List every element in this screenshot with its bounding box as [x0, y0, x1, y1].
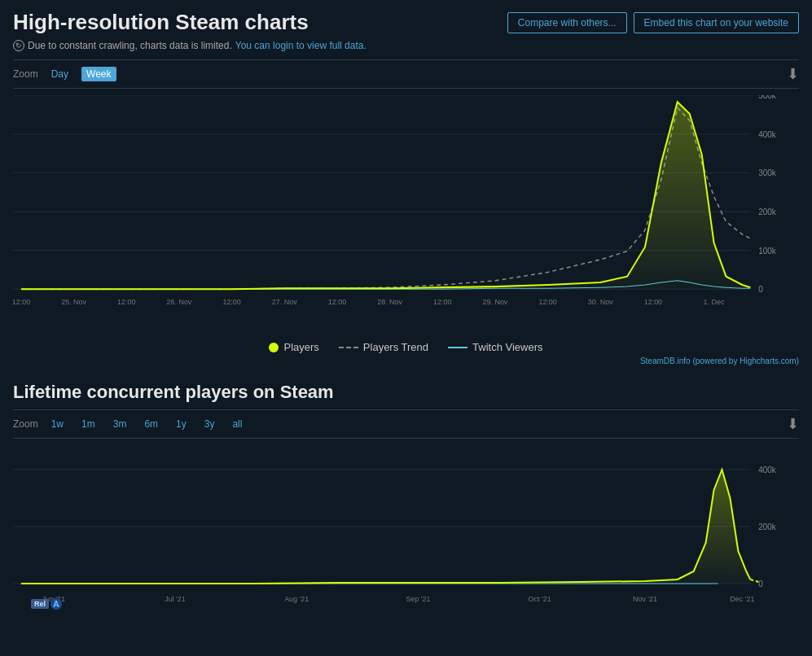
svg-text:Dec '21: Dec '21	[730, 595, 754, 603]
svg-text:100k: 100k	[758, 247, 776, 256]
svg-text:12:00: 12:00	[13, 298, 30, 306]
legend-players: Players	[269, 341, 318, 353]
svg-text:400k: 400k	[758, 130, 776, 139]
svg-text:0: 0	[758, 285, 763, 294]
zoom-6m-button[interactable]: 6m	[139, 417, 163, 431]
svg-text:200k: 200k	[758, 208, 776, 216]
zoom-bar-2: Zoom 1w 1m 3m 6m 1y 3y all ⬇	[13, 409, 799, 439]
chart-2-svg: 400k 200k 0 Jun '21 Jul '21 Aug '21 Sep …	[13, 445, 799, 616]
players-dot	[269, 343, 279, 352]
trend-label: Players Trend	[363, 341, 428, 353]
zoom-week-button[interactable]: Week	[81, 67, 116, 81]
zoom-bar-1: Zoom Day Week ⬇	[13, 59, 799, 89]
svg-text:27. Nov: 27. Nov	[272, 298, 297, 306]
chart-2-container: 400k 200k 0 Jun '21 Jul '21 Aug '21 Sep …	[13, 445, 799, 632]
compare-button[interactable]: Compare with others...	[507, 12, 627, 33]
notice-bar: ↻ Due to constant crawling, charts data …	[13, 40, 799, 51]
page-title: High-resolution Steam charts	[13, 10, 309, 35]
svg-text:500k: 500k	[758, 95, 776, 100]
login-link[interactable]: You can login to view full data.	[235, 40, 366, 51]
svg-text:Aug '21: Aug '21	[284, 595, 309, 603]
svg-text:12:00: 12:00	[328, 298, 346, 306]
svg-text:12:00: 12:00	[117, 298, 135, 306]
svg-text:12:00: 12:00	[222, 298, 240, 306]
svg-text:30. Nov: 30. Nov	[588, 298, 613, 306]
svg-text:Sep '21: Sep '21	[406, 595, 430, 603]
svg-text:25. Nov: 25. Nov	[61, 298, 86, 306]
svg-rect-28	[13, 445, 799, 616]
header: High-resolution Steam charts Compare wit…	[13, 10, 799, 35]
download-icon-2[interactable]: ⬇	[787, 415, 799, 433]
a-badge: A	[50, 598, 62, 610]
zoom-3m-button[interactable]: 3m	[108, 417, 132, 431]
twitch-dash	[448, 347, 467, 348]
svg-text:0: 0	[758, 579, 763, 588]
svg-text:12:00: 12:00	[433, 298, 451, 306]
zoom-label-1: Zoom	[13, 68, 38, 80]
svg-text:400k: 400k	[758, 466, 776, 475]
zoom-day-button[interactable]: Day	[46, 67, 73, 81]
svg-text:12:00: 12:00	[538, 298, 556, 306]
chart-1-legend: Players Players Trend Twitch Viewers	[13, 335, 799, 356]
svg-text:300k: 300k	[758, 168, 776, 177]
svg-text:28. Nov: 28. Nov	[377, 298, 402, 306]
svg-text:200k: 200k	[758, 523, 776, 531]
svg-text:Jul '21: Jul '21	[165, 595, 186, 603]
release-markers: Rel A	[31, 598, 62, 610]
rel-badge: Rel	[31, 599, 49, 609]
zoom-1w-button[interactable]: 1w	[46, 417, 68, 431]
zoom-1y-button[interactable]: 1y	[171, 417, 191, 431]
trend-dash	[339, 347, 358, 348]
legend-trend: Players Trend	[339, 341, 428, 353]
svg-text:12:00: 12:00	[644, 298, 662, 306]
zoom-3y-button[interactable]: 3y	[200, 417, 220, 431]
header-buttons: Compare with others... Embed this chart …	[507, 12, 799, 33]
chart-1-svg: 500k 400k 300k 200k 100k 0 12:00 25. Nov…	[13, 95, 799, 331]
players-label: Players	[283, 341, 318, 353]
svg-text:1. Dec: 1. Dec	[704, 298, 725, 306]
svg-text:Oct '21: Oct '21	[529, 595, 551, 603]
legend-twitch: Twitch Viewers	[448, 341, 542, 353]
info-icon: ↻	[13, 40, 24, 51]
zoom-1m-button[interactable]: 1m	[77, 417, 100, 431]
embed-button[interactable]: Embed this chart on your website	[634, 12, 799, 33]
svg-text:26. Nov: 26. Nov	[167, 298, 192, 306]
chart-1-container: 500k 400k 300k 200k 100k 0 12:00 25. Nov…	[13, 95, 799, 331]
svg-text:Nov '21: Nov '21	[633, 595, 657, 603]
twitch-label: Twitch Viewers	[472, 341, 542, 353]
chart-attribution: SteamDB.info (powered by Highcharts.com)	[13, 356, 799, 365]
zoom-all-button[interactable]: all	[227, 417, 247, 431]
svg-text:29. Nov: 29. Nov	[483, 298, 508, 306]
section2-title: Lifetime concurrent players on Steam	[13, 382, 799, 403]
zoom-label-2: Zoom	[13, 418, 38, 430]
notice-text: Due to constant crawling, charts data is…	[28, 40, 232, 51]
download-icon-1[interactable]: ⬇	[787, 65, 799, 83]
